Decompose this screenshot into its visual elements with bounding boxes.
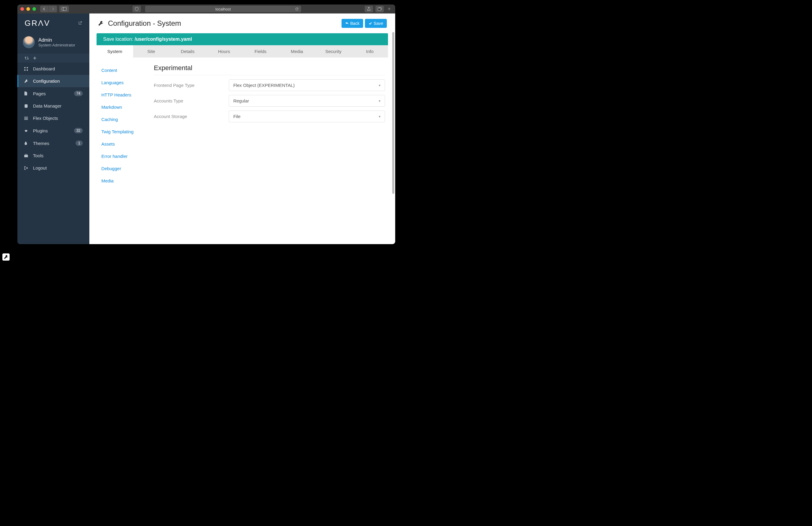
- tabs-button[interactable]: [375, 6, 384, 12]
- section-link-media[interactable]: Media: [97, 175, 152, 187]
- select-account-storage[interactable]: File▾: [229, 110, 385, 122]
- sidebar-item-plugins[interactable]: Plugins32: [17, 124, 89, 137]
- sidebar-item-logout[interactable]: Logout: [17, 162, 89, 174]
- sidebar-item-configuration[interactable]: Configuration: [17, 75, 89, 87]
- scrollbar[interactable]: [392, 32, 394, 194]
- grid-icon: [24, 67, 29, 71]
- section-nav: ContentLanguagesHTTP HeadersMarkdownCach…: [97, 58, 152, 237]
- form-area: Experimental Frontend Page TypeFlex Obje…: [152, 58, 388, 237]
- refresh-icon[interactable]: [25, 56, 29, 60]
- section-link-markdown[interactable]: Markdown: [97, 101, 152, 113]
- sidebar-item-label: Data Manager: [33, 103, 61, 108]
- reply-icon: [345, 21, 349, 25]
- browser-chrome: localhost +: [17, 4, 395, 14]
- quick-tray: [17, 54, 89, 63]
- privacy-report-button[interactable]: [132, 6, 141, 12]
- section-link-error-handler[interactable]: Error handler: [97, 150, 152, 162]
- nav-buttons: [40, 6, 57, 12]
- close-window-button[interactable]: [20, 7, 24, 11]
- plus-icon[interactable]: [33, 56, 37, 60]
- form-label: Accounts Type: [154, 98, 223, 103]
- chevron-down-icon: ▾: [379, 115, 380, 119]
- tab-security[interactable]: Security: [315, 45, 352, 58]
- user-name: Admin: [38, 37, 75, 43]
- sidebar-badge: 1: [75, 140, 83, 146]
- sidebar-item-label: Themes: [33, 141, 49, 146]
- sidebar-item-dashboard[interactable]: Dashboard: [17, 63, 89, 75]
- save-button[interactable]: Save: [365, 19, 387, 28]
- tab-system[interactable]: System: [97, 45, 133, 58]
- svg-rect-6: [24, 70, 26, 71]
- file-icon: [24, 91, 29, 95]
- forward-browser-button[interactable]: [48, 6, 57, 12]
- back-browser-button[interactable]: [40, 6, 48, 12]
- tab-info[interactable]: Info: [352, 45, 388, 58]
- back-button[interactable]: Back: [342, 19, 363, 28]
- section-link-assets[interactable]: Assets: [97, 138, 152, 150]
- wrench-icon: [24, 79, 29, 83]
- section-link-debugger[interactable]: Debugger: [97, 162, 152, 175]
- sidebar-item-label: Configuration: [33, 78, 60, 84]
- external-link-icon[interactable]: [78, 21, 82, 25]
- sidebar-item-label: Flex Objects: [33, 116, 58, 121]
- select-accounts-type[interactable]: Regular▾: [229, 95, 385, 107]
- user-row[interactable]: Admin System Administrator: [17, 33, 89, 54]
- section-link-languages[interactable]: Languages: [97, 76, 152, 89]
- sidebar-badge: 32: [74, 128, 83, 133]
- tab-fields[interactable]: Fields: [242, 45, 279, 58]
- form-row: Frontend Page TypeFlex Object (EXPERIMEN…: [154, 79, 385, 91]
- select-value: Flex Object (EXPERIMENTAL): [233, 83, 295, 88]
- tab-details[interactable]: Details: [170, 45, 206, 58]
- check-icon: [368, 21, 372, 25]
- traffic-lights: [20, 7, 36, 11]
- svg-rect-4: [24, 67, 26, 68]
- chevron-down-icon: ▾: [379, 99, 380, 103]
- sidebar-item-label: Plugins: [33, 128, 48, 133]
- titlebar: Configuration - System Back Save: [89, 14, 395, 33]
- tab-media[interactable]: Media: [279, 45, 316, 58]
- corner-badge[interactable]: [2, 253, 10, 260]
- logout-icon: [24, 166, 29, 170]
- sidebar-item-label: Logout: [33, 165, 47, 170]
- zoom-window-button[interactable]: [32, 7, 36, 11]
- section-link-content[interactable]: Content: [97, 64, 152, 76]
- database-icon: [24, 104, 29, 108]
- sidebar-item-pages[interactable]: Pages74: [17, 87, 89, 100]
- form-heading: Experimental: [154, 64, 385, 75]
- panel: ContentLanguagesHTTP HeadersMarkdownCach…: [97, 58, 388, 237]
- share-button[interactable]: [365, 6, 373, 12]
- address-bar[interactable]: localhost: [145, 6, 301, 12]
- wrench-icon: [98, 20, 104, 26]
- reload-icon[interactable]: [295, 7, 299, 11]
- svg-rect-10: [25, 154, 27, 155]
- tint-icon: [24, 141, 29, 145]
- sidebar: GRΛV Admin System Administrator Dashboar…: [17, 14, 89, 244]
- sidebar-item-flex-objects[interactable]: Flex Objects: [17, 112, 89, 124]
- form-row: Accounts TypeRegular▾: [154, 95, 385, 107]
- svg-rect-0: [62, 7, 67, 11]
- section-link-twig-templating[interactable]: Twig Templating: [97, 125, 152, 138]
- browser-window: localhost + GRΛV Admin: [17, 4, 395, 244]
- user-role: System Administrator: [38, 43, 75, 47]
- new-tab-button[interactable]: +: [386, 6, 392, 12]
- sidebar-item-label: Dashboard: [33, 66, 55, 71]
- select-value: Regular: [233, 98, 249, 103]
- tab-hours[interactable]: Hours: [206, 45, 243, 58]
- sidebar-item-label: Pages: [33, 91, 46, 96]
- chevron-down-icon: ▾: [379, 83, 380, 88]
- plug-icon: [24, 129, 29, 133]
- tab-site[interactable]: Site: [133, 45, 170, 58]
- briefcase-icon: [24, 154, 29, 157]
- sidebar-badge: 74: [74, 91, 83, 96]
- sidebar-item-themes[interactable]: Themes1: [17, 137, 89, 149]
- section-link-http-headers[interactable]: HTTP Headers: [97, 89, 152, 101]
- sidebar-item-tools[interactable]: Tools: [17, 149, 89, 162]
- sidebar-toggle-button[interactable]: [59, 6, 69, 12]
- page-title: Configuration - System: [108, 19, 181, 28]
- minimize-window-button[interactable]: [26, 7, 30, 11]
- sidebar-item-data-manager[interactable]: Data Manager: [17, 100, 89, 112]
- section-link-caching[interactable]: Caching: [97, 113, 152, 125]
- save-location-bar: Save location: /user/config/system.yaml: [97, 33, 388, 45]
- select-frontend-page-type[interactable]: Flex Object (EXPERIMENTAL)▾: [229, 79, 385, 91]
- logo[interactable]: GRΛV: [25, 18, 50, 28]
